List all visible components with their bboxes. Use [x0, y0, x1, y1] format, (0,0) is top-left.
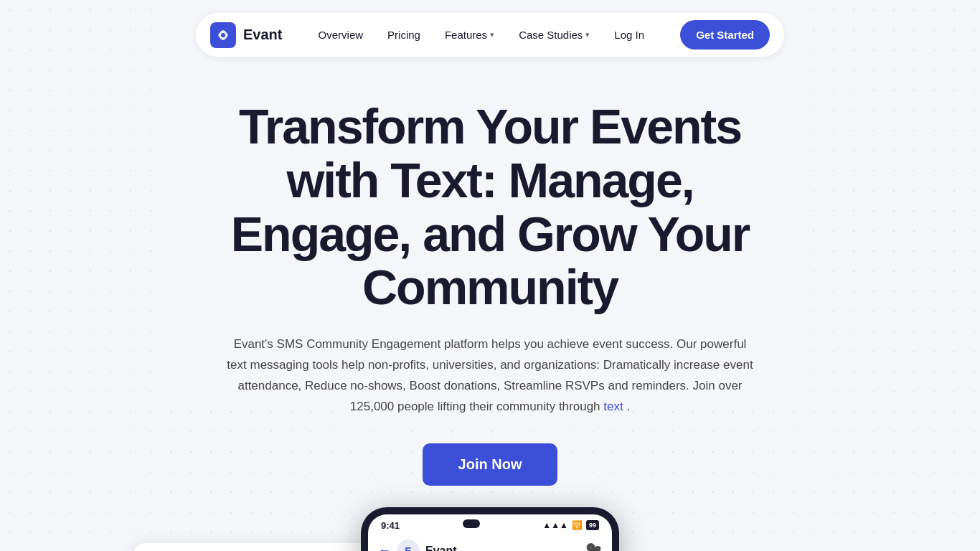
- phone-status-icons: ▲▲▲ 🛜 99: [542, 520, 599, 530]
- navbar: Evant Overview Pricing Features ▾ Case S…: [196, 13, 784, 57]
- phone-contact-avatar: E: [397, 540, 420, 551]
- case-studies-chevron-icon: ▾: [585, 30, 590, 39]
- join-now-button[interactable]: Join Now: [423, 443, 558, 486]
- phone-notch: [463, 519, 480, 528]
- hero-title: Transform Your Events with Text: Manage,…: [196, 100, 784, 314]
- logo-icon: [210, 22, 236, 48]
- hero-subtitle: Evant's SMS Community Engagement platfor…: [225, 334, 755, 418]
- phone-signal-icon: ▲▲▲: [542, 520, 568, 530]
- nav-links: Overview Pricing Features ▾ Case Studies…: [308, 23, 655, 47]
- phone-wifi-icon: 🛜: [572, 520, 583, 530]
- nav-login[interactable]: Log In: [604, 23, 654, 47]
- phone-mockup: 9:41 ▲▲▲ 🛜 99 ← E Evant 🎥: [361, 507, 619, 551]
- phone-battery: 99: [586, 520, 599, 530]
- nav-case-studies[interactable]: Case Studies ▾: [509, 23, 600, 47]
- nav-pricing[interactable]: Pricing: [377, 23, 430, 47]
- nav-overview[interactable]: Overview: [308, 23, 374, 47]
- hero-section: Transform Your Events with Text: Manage,…: [182, 100, 798, 486]
- phone-chat-header: ← E Evant 🎥: [368, 534, 612, 551]
- bottom-section: 👥 RSVPs ⟳ JP Mike Johnson Brooklyn Mixer…: [0, 529, 980, 551]
- features-chevron-icon: ▾: [490, 30, 494, 39]
- hero-link[interactable]: text: [603, 400, 626, 413]
- phone-status-bar: 9:41 ▲▲▲ 🛜 99: [368, 514, 612, 534]
- nav-features[interactable]: Features ▾: [435, 23, 504, 47]
- phone-video-icon[interactable]: 🎥: [584, 542, 602, 551]
- phone-screen: 9:41 ▲▲▲ 🛜 99 ← E Evant 🎥: [368, 514, 612, 551]
- logo-text: Evant: [243, 27, 282, 43]
- rsvp-card: 👥 RSVPs ⟳ JP Mike Johnson Brooklyn Mixer…: [133, 543, 377, 551]
- svg-point-0: [221, 33, 225, 37]
- phone-contact-name: Evant: [425, 545, 578, 551]
- phone-back-icon[interactable]: ←: [378, 543, 391, 551]
- get-started-button[interactable]: Get Started: [680, 20, 770, 50]
- rsvp-card-header: 👥 RSVPs ⟳: [133, 543, 377, 551]
- phone-time: 9:41: [381, 520, 400, 531]
- nav-logo[interactable]: Evant: [210, 22, 282, 48]
